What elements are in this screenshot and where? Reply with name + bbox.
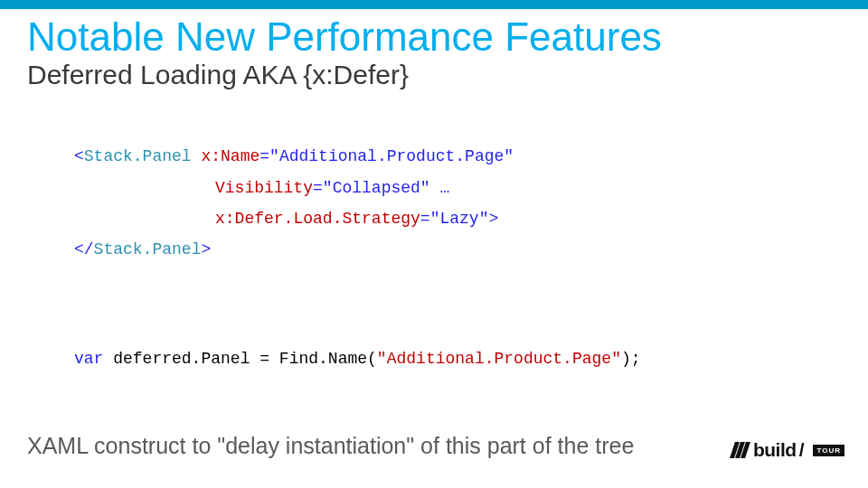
code-token: x: [215,210,235,228]
code-token: … [430,179,450,197]
code-token: " [611,350,621,368]
code-token: < [74,147,84,165]
code-token: =" [420,210,440,228]
code-token: Visibility [215,179,313,197]
build-logo: build / TOUR [732,439,844,461]
code-token: "> [479,210,499,228]
code-token: Defer.Load.Strategy [235,210,420,228]
code-token [192,147,202,165]
code-token: Name [221,147,259,165]
code-token: Stack.Panel [94,240,202,258]
code-token: Additional.Product.Page [387,350,611,368]
code-token: =" [259,147,279,165]
slide-body: Notable New Performance Features Deferre… [0,9,868,488]
code-token: x: [201,147,221,165]
csharp-code-block: var deferred.Panel = Find.Name("Addition… [74,312,841,405]
logo-text: build [753,439,797,461]
code-token: Additional.Product.Page [279,147,504,165]
logo-slashes-icon [732,442,748,458]
footer-note: XAML construct to "delay instantiation" … [27,433,634,459]
code-token: ); [621,350,641,368]
code-token: > [201,240,211,258]
slide-subtitle: Deferred Loading AKA {x:Defer} [27,60,841,90]
code-token: deferred.Panel = Find.Name( [103,350,376,368]
code-token: var [74,350,103,368]
xaml-code-block: <Stack.Panel x:Name="Additional.Product.… [74,110,841,296]
code-token: Lazy [439,210,478,228]
logo-trailing-slash: / [799,439,805,461]
code-token: " [377,350,387,368]
slide-title: Notable New Performance Features [27,16,841,58]
code-token: " [420,179,430,197]
code-token: Stack.Panel [84,147,192,165]
tour-badge: TOUR [813,445,844,456]
code-token: Collapsed [333,179,420,197]
code-token: " [504,147,514,165]
code-token: </ [74,240,94,258]
code-token: =" [313,179,333,197]
accent-top-bar [0,0,868,9]
